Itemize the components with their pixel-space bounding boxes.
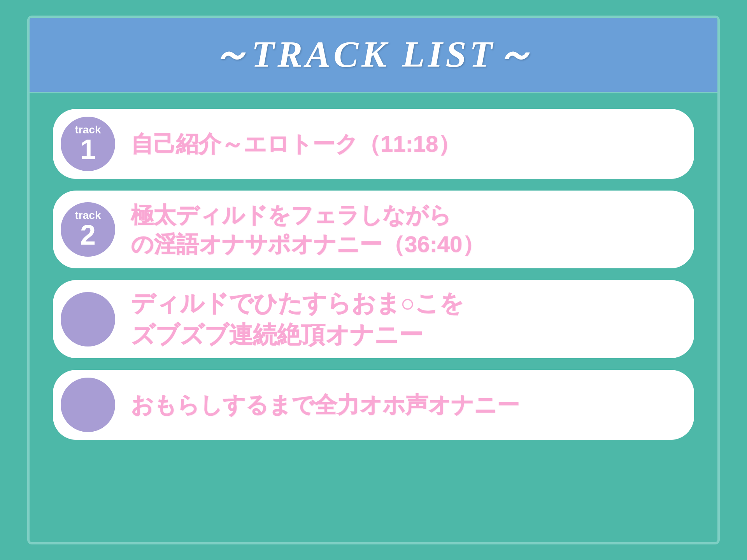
track-badge-2: track 2 <box>61 202 115 257</box>
track-number-1: 1 <box>80 135 96 163</box>
main-container: ～TRACK LIST～ track 1 自己紹介～エロトーク（11:18） t… <box>27 16 720 544</box>
track-badge-1: track 1 <box>61 117 115 171</box>
track-badge-3 <box>61 292 115 346</box>
track-row-2: track 2 極太ディルドをフェラしながら の淫語オナサポオナニー（36:40… <box>53 191 694 268</box>
track-text-2: 極太ディルドをフェラしながら の淫語オナサポオナニー（36:40） <box>131 200 485 259</box>
track-badge-4 <box>61 378 115 432</box>
track-number-2: 2 <box>80 221 96 249</box>
track-text-3: ディルドでひたすらおま○こを ズブズブ連続絶頂オナニー <box>131 288 464 350</box>
tracks-container: track 1 自己紹介～エロトーク（11:18） track 2 極太ディルド… <box>30 93 717 542</box>
track-text-1: 自己紹介～エロトーク（11:18） <box>131 129 461 158</box>
page-title: ～TRACK LIST～ <box>45 30 702 80</box>
track-row-3: ディルドでひたすらおま○こを ズブズブ連続絶頂オナニー <box>53 280 694 358</box>
track-row-1: track 1 自己紹介～エロトーク（11:18） <box>53 109 694 179</box>
header: ～TRACK LIST～ <box>30 18 717 93</box>
track-text-4: おもらしするまで全力オホ声オナニー <box>131 390 519 419</box>
track-row-4: おもらしするまで全力オホ声オナニー <box>53 370 694 440</box>
